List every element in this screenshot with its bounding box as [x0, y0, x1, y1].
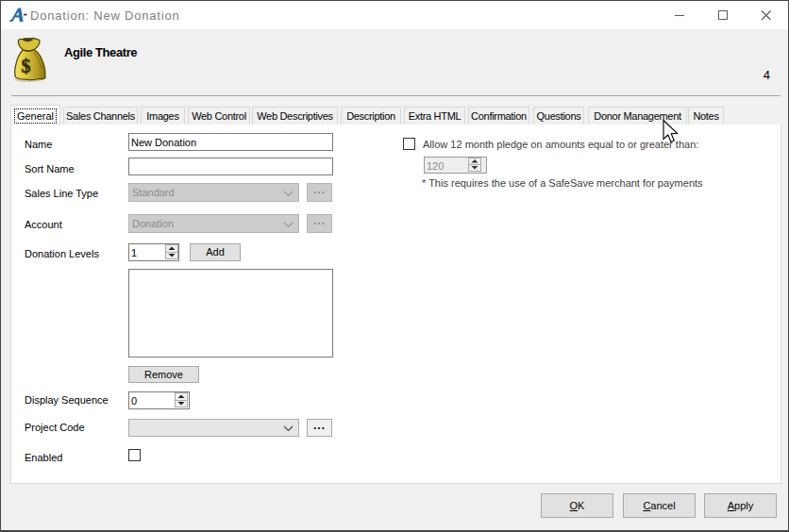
svg-text:$: $	[22, 56, 31, 76]
